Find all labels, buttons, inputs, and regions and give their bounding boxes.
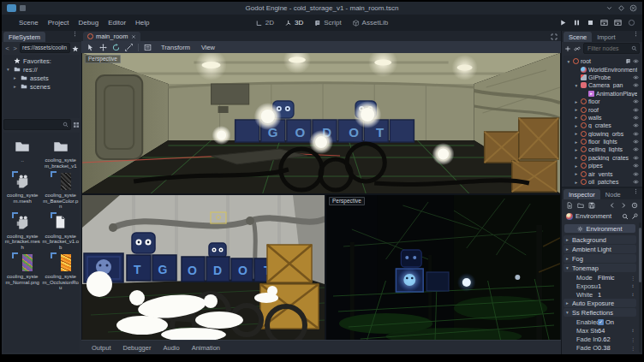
file-tile-cooling-syste-m-mesh[interactable]: cooling_syste m.mesh bbox=[3, 171, 42, 210]
inspector-row-white[interactable]: White 1 bbox=[562, 290, 638, 299]
scene-node-root[interactable]: ▾ root bbox=[564, 57, 641, 65]
scene-node-worldenvironment[interactable]: WorldEnvironment bbox=[564, 65, 641, 73]
workspace-button-2d[interactable]: 2D bbox=[256, 19, 274, 27]
inspector-scrollbar[interactable] bbox=[639, 223, 641, 353]
title-bar[interactable]: Godot Engine - cold_storage_v1 - main_ro… bbox=[2, 2, 642, 15]
checkbox-checked-icon[interactable] bbox=[598, 319, 604, 325]
visibility-eye-icon[interactable] bbox=[633, 146, 639, 152]
bottom-tab-animation[interactable]: Animation bbox=[187, 344, 225, 352]
menu-scene[interactable]: Scene bbox=[19, 19, 39, 27]
visibility-eye-icon[interactable] bbox=[633, 163, 639, 169]
inspector-row-max-steps[interactable]: Max Steps 64 bbox=[562, 326, 638, 335]
value-control-icon[interactable] bbox=[630, 328, 635, 333]
inspector-row-enabled[interactable]: Enabled On bbox=[562, 317, 638, 326]
scene-node-air-vents[interactable]: ▸ air_vents bbox=[564, 169, 641, 177]
playback-stop[interactable] bbox=[587, 19, 594, 27]
tab-filesystem[interactable]: FileSystem bbox=[3, 32, 45, 42]
visibility-eye-icon[interactable] bbox=[633, 139, 639, 145]
menu-help[interactable]: Help bbox=[135, 19, 149, 27]
visibility-eye-icon[interactable] bbox=[633, 131, 639, 137]
scene-node-g-crates[interactable]: ▸ g_crates bbox=[564, 122, 641, 129]
value-control-icon[interactable] bbox=[630, 336, 635, 342]
scene-node-packing-crates-and[interactable]: ▸ packing_crates_and_ bbox=[564, 154, 641, 162]
value-control-icon[interactable] bbox=[630, 292, 635, 297]
inspector-row-exposure[interactable]: Exposure 1 bbox=[562, 282, 638, 290]
visibility-eye-icon[interactable] bbox=[633, 171, 639, 177]
playback-play-custom-scene[interactable] bbox=[614, 19, 622, 27]
script-icon[interactable] bbox=[625, 58, 631, 64]
viewport-menu-view[interactable]: View bbox=[200, 44, 217, 51]
visibility-eye-icon[interactable] bbox=[633, 115, 639, 121]
scene-node-camera-pan[interactable]: ▾ Camera_pan bbox=[564, 81, 641, 89]
search-properties-icon[interactable] bbox=[622, 213, 629, 220]
viewport-projection-label[interactable]: Perspective bbox=[329, 197, 365, 205]
inspector-row-auto-exposure[interactable]: ▸ Auto Exposure bbox=[564, 299, 636, 307]
viewport-bottom-right[interactable]: Perspective bbox=[326, 195, 560, 340]
menu-project[interactable]: Project bbox=[48, 19, 69, 27]
inspector-tools-icon[interactable] bbox=[631, 213, 638, 220]
value-control-icon[interactable] bbox=[630, 345, 635, 351]
inspector-row-depth-toleranc[interactable]: Depth Toleranc 0.2 bbox=[562, 352, 638, 353]
file-tile-cooling-syste-m-basecolor-pn[interactable]: cooling_syste m_BaseColor.pn bbox=[42, 171, 80, 210]
file-tile-cooling-syste-m-occlusionrou[interactable]: cooling_syste m_OcclusionRou bbox=[42, 252, 80, 291]
tab-import[interactable]: Import bbox=[592, 32, 620, 42]
viewport-main-render[interactable]: GODOT bbox=[82, 53, 560, 193]
visibility-eye-icon[interactable] bbox=[633, 98, 639, 104]
viewport-bottom-left[interactable]: TG ODOT bbox=[82, 195, 325, 340]
viewport-bottom-right-render[interactable] bbox=[326, 195, 560, 340]
filter-nodes-box[interactable] bbox=[583, 43, 640, 54]
file-tile-cooling-syste-m-bracket-v1[interactable]: cooling_syste m_bracket_v1 bbox=[42, 136, 80, 169]
inspector-row-background[interactable]: ▸ Background bbox=[564, 235, 636, 244]
window-control-maximize[interactable] bbox=[617, 4, 625, 12]
menu-debug[interactable]: Debug bbox=[79, 19, 99, 27]
scene-node-floor-lights[interactable]: ▸ floor_lights bbox=[564, 138, 641, 145]
viewport-menu-transform[interactable]: Transform bbox=[159, 44, 192, 51]
bottom-tab-debugger[interactable]: Debugger bbox=[118, 344, 157, 352]
viewport-projection-label[interactable]: Perspective bbox=[85, 55, 121, 63]
scene-node-pipes[interactable]: ▸ pipes bbox=[564, 162, 641, 169]
inspector-row-fade-out[interactable]: Fade Out 0.38 bbox=[562, 343, 638, 352]
fs-tree-item-favorites[interactable]: Favorites: bbox=[3, 56, 80, 65]
nav-forward-icon[interactable]: > bbox=[12, 45, 18, 52]
scene-node-glowing-orbs[interactable]: ▸ glowing_orbs bbox=[564, 130, 641, 138]
scene-node-oil-patches[interactable]: ▸ oil_patches bbox=[564, 178, 641, 186]
workspace-button-script[interactable]: Script bbox=[314, 19, 341, 27]
value-control-icon[interactable] bbox=[630, 283, 635, 288]
file-tile-cooling-syste-m-normal-png[interactable]: cooling_syste m_Normal.png bbox=[3, 252, 42, 291]
bottom-tab-audio[interactable]: Audio bbox=[158, 344, 184, 352]
playback-pause[interactable] bbox=[573, 19, 581, 27]
scene-node-giprobe[interactable]: GIProbe bbox=[564, 74, 641, 81]
fs-tree-item-assets[interactable]: ▸ assets bbox=[3, 74, 80, 82]
visibility-eye-icon[interactable] bbox=[633, 74, 639, 80]
instance-scene-icon[interactable] bbox=[574, 41, 581, 56]
file-tile-cooling-syste-m-bracket-v1-ob[interactable]: cooling_syste m_bracket_v1.ob bbox=[42, 212, 80, 251]
menu-editor[interactable]: Editor bbox=[108, 19, 126, 27]
scene-node-ceiling-lights[interactable]: ▸ ceiling_lights bbox=[564, 145, 641, 153]
current-path[interactable]: res://assets/coolin bbox=[20, 43, 70, 53]
file-list-view-toggle-icon[interactable] bbox=[73, 117, 80, 133]
scene-node-animationplayer[interactable]: AnimationPlayer bbox=[564, 90, 641, 98]
inspector-row-mode[interactable]: Mode Filmic bbox=[562, 273, 638, 282]
scene-node-roof[interactable]: ▸ roof bbox=[564, 105, 641, 113]
inspector-row-ss-reflections[interactable]: ▾ Ss Reflections bbox=[564, 308, 636, 317]
inspector-row-fade-in[interactable]: Fade In 0.62 bbox=[562, 335, 638, 343]
scene-node-floor[interactable]: ▸ floor bbox=[564, 98, 641, 105]
inspector-row-ambient-light[interactable]: ▸ Ambient Light bbox=[564, 245, 636, 253]
file-tile-[interactable]: .. bbox=[3, 136, 42, 169]
nav-back-icon[interactable]: < bbox=[4, 45, 10, 52]
value-control-icon[interactable] bbox=[630, 275, 635, 281]
visibility-eye-icon[interactable] bbox=[633, 122, 639, 128]
filesystem-search-input[interactable] bbox=[6, 121, 63, 128]
visibility-eye-icon[interactable] bbox=[633, 155, 639, 161]
dock-menu-icon[interactable] bbox=[631, 26, 641, 42]
filesystem-search[interactable] bbox=[3, 119, 71, 130]
window-control-close[interactable] bbox=[629, 4, 637, 12]
visibility-eye-icon[interactable] bbox=[633, 107, 639, 113]
bottom-tab-output[interactable]: Output bbox=[86, 344, 116, 352]
viewport-main[interactable]: GODOT bbox=[82, 53, 560, 193]
viewport-bottom-left-render[interactable]: TG ODOT bbox=[82, 195, 325, 340]
add-node-icon[interactable] bbox=[564, 41, 571, 56]
fs-tree-item-scenes[interactable]: ▸ scenes bbox=[3, 82, 80, 91]
scene-node-walls[interactable]: ▸ walls bbox=[564, 114, 641, 122]
window-control-minimize[interactable] bbox=[605, 4, 613, 12]
